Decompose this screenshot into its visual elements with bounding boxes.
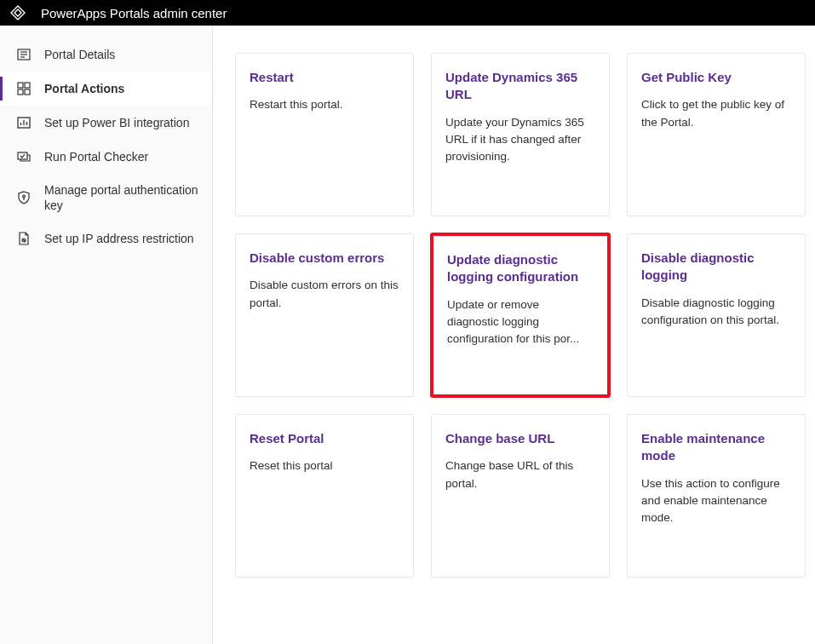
card-title: Disable diagnostic logging [641, 250, 791, 285]
card-disable-custom-errors[interactable]: Disable custom errors Disable custom err… [235, 233, 414, 397]
card-update-diagnostic-logging[interactable]: Update diagnostic logging configuration … [431, 233, 610, 397]
sidebar: Portal Details Portal Actions Set up Pow… [0, 26, 213, 644]
sidebar-item-auth-key[interactable]: Manage portal authentication key [0, 174, 212, 221]
sidebar-item-portal-actions[interactable]: Portal Actions [0, 72, 212, 106]
svg-point-15 [23, 195, 26, 198]
card-title: Disable custom errors [250, 250, 399, 267]
sidebar-item-portal-checker[interactable]: Run Portal Checker [0, 140, 212, 174]
shield-icon [15, 189, 32, 206]
card-enable-maintenance-mode[interactable]: Enable maintenance mode Use this action … [627, 414, 806, 578]
sidebar-item-ip-restriction[interactable]: Set up IP address restriction [0, 221, 212, 256]
svg-rect-7 [25, 83, 30, 88]
card-desc: Update your Dynamics 365 URL if it has c… [445, 114, 595, 166]
main-content: Restart Restart this portal. Update Dyna… [213, 26, 815, 644]
card-title: Update diagnostic logging configuration [447, 251, 594, 286]
sidebar-item-power-bi[interactable]: Set up Power BI integration [0, 106, 212, 140]
card-change-base-url[interactable]: Change base URL Change base URL of this … [431, 414, 610, 578]
svg-rect-14 [18, 152, 27, 159]
card-desc: Reset this portal [250, 457, 399, 474]
card-desc: Change base URL of this portal. [445, 457, 595, 492]
chart-icon [15, 114, 32, 131]
svg-rect-8 [18, 89, 23, 95]
app-logo-icon [10, 5, 26, 20]
sidebar-item-label: Manage portal authentication key [44, 182, 200, 213]
card-title: Enable maintenance mode [641, 430, 791, 465]
card-title: Restart [250, 69, 399, 86]
sidebar-item-portal-details[interactable]: Portal Details [0, 37, 212, 72]
details-icon [15, 46, 32, 63]
topbar: PowerApps Portals admin center [0, 0, 815, 26]
card-title: Update Dynamics 365 URL [445, 69, 595, 104]
page-title: PowerApps Portals admin center [41, 6, 227, 20]
actions-icon [15, 80, 32, 97]
card-title: Change base URL [445, 430, 595, 447]
svg-marker-0 [11, 6, 25, 20]
sidebar-item-label: Portal Details [44, 47, 115, 62]
card-desc: Click to get the public key of the Porta… [641, 96, 791, 131]
card-update-dynamics-url[interactable]: Update Dynamics 365 URL Update your Dyna… [431, 53, 610, 216]
checker-icon [15, 148, 32, 165]
svg-rect-9 [25, 89, 30, 95]
card-get-public-key[interactable]: Get Public Key Click to get the public k… [627, 53, 806, 216]
svg-rect-6 [18, 83, 23, 88]
card-desc: Disable diagnostic logging configuration… [641, 295, 791, 330]
card-desc: Use this action to configure and enable … [641, 475, 791, 527]
card-desc: Disable custom errors on this portal. [250, 277, 399, 312]
card-grid: Restart Restart this portal. Update Dyna… [235, 53, 793, 578]
sidebar-item-label: Portal Actions [44, 81, 124, 96]
card-desc: Update or remove diagnostic logging conf… [447, 296, 594, 348]
document-lock-icon [15, 230, 32, 247]
card-reset-portal[interactable]: Reset Portal Reset this portal [235, 414, 414, 578]
card-restart[interactable]: Restart Restart this portal. [235, 53, 414, 216]
card-desc: Restart this portal. [250, 96, 399, 113]
card-title: Reset Portal [250, 430, 399, 447]
card-title: Get Public Key [641, 69, 791, 86]
card-disable-diagnostic-logging[interactable]: Disable diagnostic logging Disable diagn… [627, 233, 806, 397]
sidebar-item-label: Run Portal Checker [44, 149, 148, 164]
sidebar-item-label: Set up Power BI integration [44, 115, 189, 130]
svg-marker-1 [14, 9, 21, 16]
sidebar-item-label: Set up IP address restriction [44, 231, 194, 246]
